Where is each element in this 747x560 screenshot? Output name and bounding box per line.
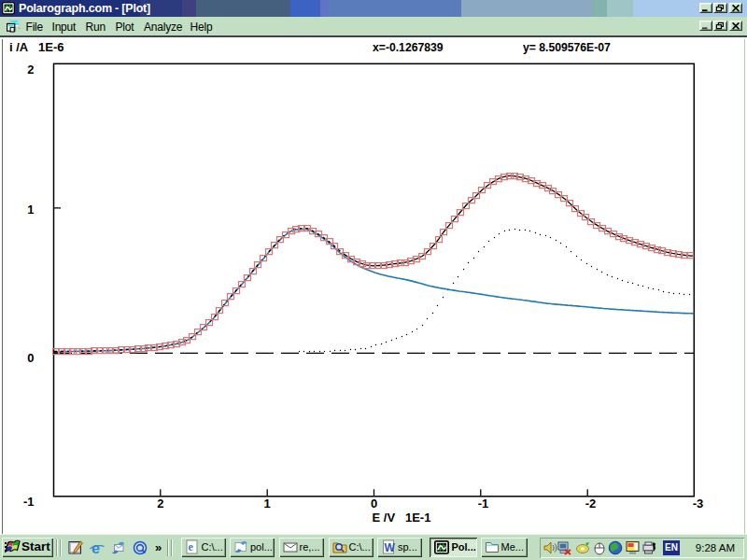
svg-text:-1: -1 — [478, 497, 489, 511]
svg-text:e: e — [92, 540, 100, 555]
svg-text:x=-0.1267839: x=-0.1267839 — [373, 41, 444, 54]
svg-text:-2: -2 — [585, 497, 597, 511]
svg-text:2: 2 — [157, 497, 163, 511]
svg-text:-3: -3 — [693, 497, 704, 511]
svg-text:-1: -1 — [23, 495, 35, 509]
svg-text:1: 1 — [27, 203, 34, 217]
svg-text:W: W — [385, 541, 396, 554]
svg-text:e: e — [188, 540, 193, 553]
svg-text:i /A 1E-6: i /A 1E-6 — [9, 40, 64, 54]
svg-text:1: 1 — [264, 497, 271, 511]
svg-text:2: 2 — [27, 63, 34, 77]
svg-text:0: 0 — [27, 351, 34, 365]
svg-text:y= 8.509576E-07: y= 8.509576E-07 — [523, 41, 611, 54]
svg-text:E /V 1E-1: E /V 1E-1 — [373, 511, 431, 525]
svg-text:0: 0 — [371, 497, 377, 511]
